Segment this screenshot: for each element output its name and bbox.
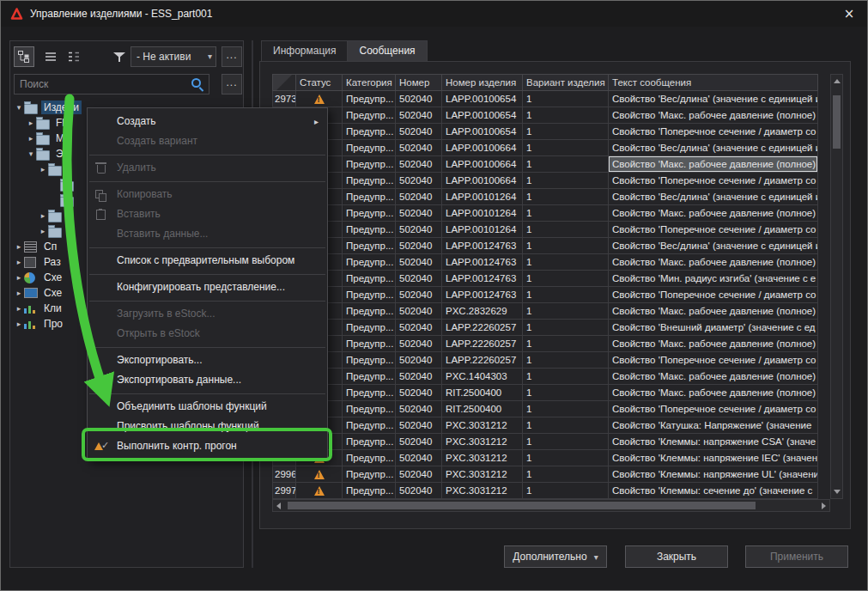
cell-category: Предупр... xyxy=(343,222,396,238)
expander-icon[interactable]: ▸ xyxy=(14,242,24,251)
col-header-2[interactable]: Категория xyxy=(343,74,396,91)
tab-messages[interactable]: Сообщения xyxy=(347,40,427,61)
expander-icon[interactable]: ▾ xyxy=(26,149,36,158)
scroll-down-icon[interactable] xyxy=(834,490,841,494)
scroll-right-icon[interactable] xyxy=(822,503,826,509)
list-icon[interactable] xyxy=(24,241,38,253)
table-row[interactable]: Предупр...502040LAPP.001247631Свойство '… xyxy=(272,271,818,287)
folder-icon[interactable] xyxy=(24,101,38,114)
vertical-scrollbar[interactable] xyxy=(830,74,843,499)
table-row[interactable]: Предупр...502040LAPP.001247631Свойство '… xyxy=(272,287,818,303)
table-row[interactable]: Предупр...502040LAPP.001012641Свойство '… xyxy=(272,205,818,222)
table-row[interactable]: Предупр...502040LAPP.001006641Свойство '… xyxy=(272,140,818,156)
table-row[interactable]: Предупр...502040PXC.28326291Свойство 'Ма… xyxy=(272,303,818,320)
expander-icon[interactable]: ▸ xyxy=(26,134,36,143)
table-row[interactable]: Предупр...502040PXC.30312121Свойство 'Кл… xyxy=(272,434,818,450)
table-row[interactable]: Предупр...502040RIT.25004001Свойство 'Ма… xyxy=(272,385,818,401)
table-row[interactable]: Предупр...502040LAPP.001247631Свойство '… xyxy=(272,238,818,254)
col-header-0[interactable] xyxy=(272,74,296,91)
expander-icon[interactable]: ▸ xyxy=(14,289,24,297)
menu-item-11[interactable]: Конфигурировать представление... xyxy=(88,277,327,297)
table-row[interactable]: Предупр...502040LAPP.001006541Свойство '… xyxy=(272,124,818,140)
col-header-4[interactable]: Номер изделия xyxy=(442,74,523,91)
chart-icon[interactable] xyxy=(24,303,38,314)
vertical-scroll-thumb[interactable] xyxy=(833,95,841,149)
folder-icon[interactable] xyxy=(36,117,50,130)
menu-separator xyxy=(89,181,325,182)
cell-variant: 1 xyxy=(523,205,609,222)
filter-button[interactable] xyxy=(109,46,130,67)
globe-icon xyxy=(24,272,35,283)
more-options-button[interactable]: Дополнительно▾ xyxy=(504,545,607,568)
expander-icon[interactable]: ▸ xyxy=(14,273,24,282)
folder-icon[interactable] xyxy=(36,132,50,145)
list-view-button[interactable] xyxy=(40,46,61,67)
col-header-3[interactable]: Номер xyxy=(396,74,442,91)
expander-icon[interactable]: ▸ xyxy=(38,227,48,235)
table-row[interactable]: Предупр...502040LAPP.001012641Свойство '… xyxy=(272,189,818,205)
menu-item-20[interactable]: Присвоить шаблоны функций... xyxy=(88,417,327,436)
cell-row-number: 2973 xyxy=(272,91,296,107)
menu-item-0[interactable]: Создать▸ xyxy=(88,112,327,131)
monitor-icon[interactable] xyxy=(24,288,38,298)
menu-item-9[interactable]: Список с предварительным выбором xyxy=(88,251,327,271)
box-icon[interactable] xyxy=(24,257,38,268)
search-more-button[interactable]: ... xyxy=(222,74,242,94)
expander-icon[interactable]: ▸ xyxy=(14,304,24,313)
table-row[interactable]: Предупр...502040LAPP.001247631Свойство '… xyxy=(272,254,818,271)
table-row[interactable]: Предупр...502040LAPP.222602571Свойство '… xyxy=(272,336,818,352)
folder-icon[interactable] xyxy=(60,179,74,192)
folder-icon[interactable] xyxy=(48,163,62,176)
table-row[interactable]: Предупр...502040RIT.25004001Свойство 'По… xyxy=(272,401,818,417)
folder-icon[interactable] xyxy=(48,225,62,238)
close-button[interactable]: × xyxy=(835,1,864,27)
search-icon[interactable] xyxy=(191,78,203,90)
cell-category: Предупр... xyxy=(343,483,396,499)
close-dialog-button[interactable]: Закрыть xyxy=(625,545,728,568)
table-row[interactable]: Предупр...502040LAPP.001006641Свойство '… xyxy=(272,156,818,173)
cell-part-number: LAPP.00100664 xyxy=(442,173,523,189)
combined-view-button[interactable] xyxy=(64,46,84,67)
tree-view-button[interactable] xyxy=(14,46,34,67)
col-header-6[interactable]: Текст сообщения xyxy=(609,74,818,91)
expander-icon[interactable]: ▸ xyxy=(14,320,24,328)
table-row[interactable]: Предупр...502040LAPP.222602571Свойство '… xyxy=(272,320,818,336)
table-row[interactable]: Предупр...502040LAPP.222602571Свойство '… xyxy=(272,352,818,369)
table-row[interactable]: 2997Предупр...502040PXC.30312121Свойство… xyxy=(272,483,818,499)
horizontal-scrollbar[interactable] xyxy=(272,499,830,512)
table-row[interactable]: 2973Предупр...502040LAPP.001006541Свойст… xyxy=(272,91,818,107)
scroll-up-icon[interactable] xyxy=(834,79,841,83)
menu-item-17[interactable]: Экспортировать данные... xyxy=(88,370,327,390)
expander-icon[interactable]: ▾ xyxy=(14,103,24,112)
cell-variant: 1 xyxy=(523,140,609,156)
table-row[interactable]: 2996Предупр...502040PXC.30312121Свойство… xyxy=(272,466,818,483)
table-row[interactable]: Предупр...502040LAPP.001006541Свойство '… xyxy=(272,107,818,124)
filter-scheme-dropdown[interactable]: - Не активи ▾ xyxy=(131,46,216,67)
cell-part-number: LAPP.00100654 xyxy=(442,124,523,140)
chart-icon[interactable] xyxy=(24,319,38,329)
horizontal-scroll-thumb[interactable] xyxy=(288,502,756,509)
table-row[interactable]: Предупр...502040PXC.14043031Свойство 'Ма… xyxy=(272,369,818,385)
folder-icon[interactable] xyxy=(48,210,62,222)
globe-icon[interactable] xyxy=(24,272,38,283)
menu-item-run-check[interactable]: Выполнить контр. прогон xyxy=(88,436,327,456)
table-row[interactable]: Предупр...502040PXC.30312121Свойство 'Ка… xyxy=(272,417,818,434)
folder-icon xyxy=(48,228,62,238)
expander-icon[interactable]: ▸ xyxy=(14,258,24,266)
table-row[interactable]: Предупр...502040LAPP.001012641Свойство '… xyxy=(272,222,818,238)
folder-icon[interactable] xyxy=(60,194,74,207)
expander-icon[interactable]: ▸ xyxy=(38,165,48,174)
table-row[interactable]: Предупр...502040LAPP.001006641Свойство '… xyxy=(272,173,818,189)
expander-icon[interactable]: ▸ xyxy=(26,119,36,127)
search-input[interactable] xyxy=(14,74,209,94)
menu-item-16[interactable]: Экспортировать... xyxy=(88,350,327,370)
tab-information[interactable]: Информация xyxy=(261,40,348,61)
table-row[interactable]: 2995Предупр...502040PXC.30312121Свойство… xyxy=(272,450,818,466)
menu-item-19[interactable]: Объединить шаблоны функций xyxy=(88,397,327,417)
folder-icon[interactable] xyxy=(36,148,50,161)
scroll-left-icon[interactable] xyxy=(276,503,281,509)
col-header-1[interactable]: Статус xyxy=(296,74,343,91)
col-header-5[interactable]: Вариант изделия xyxy=(523,74,609,91)
filter-more-button[interactable]: ... xyxy=(222,46,242,67)
expander-icon[interactable]: ▸ xyxy=(38,211,48,220)
